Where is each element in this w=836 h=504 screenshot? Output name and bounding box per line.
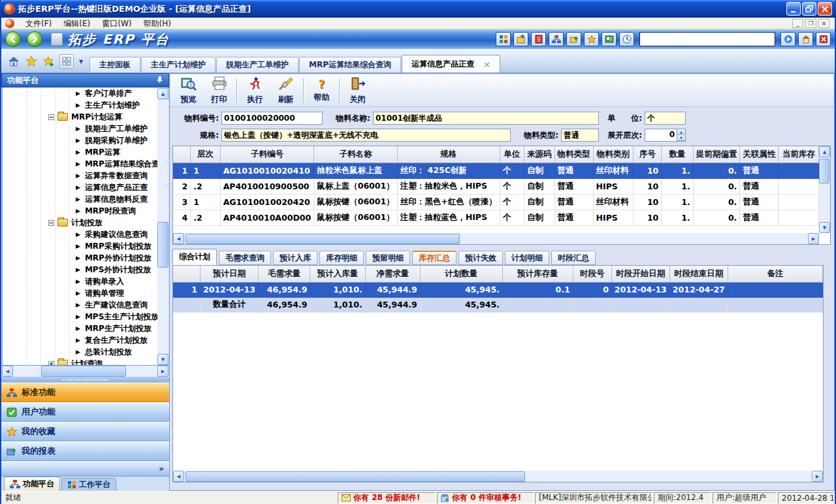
column-header[interactable]: 当前库存 (779, 146, 819, 163)
column-header[interactable] (173, 266, 201, 282)
tab-主控面板[interactable]: 主控面板 (89, 57, 140, 72)
column-header[interactable]: 净需求量 (365, 266, 420, 282)
scroll-left-icon[interactable]: ◀ (173, 471, 184, 482)
tree-item-脱期生产工单维护[interactable]: ▶脱期生产工单维护 (3, 123, 168, 134)
sidebar-button-用户功能[interactable]: 用户功能 (1, 402, 169, 422)
column-header[interactable]: 子料名称 (314, 146, 398, 163)
column-header[interactable]: 预计日期 (201, 266, 259, 282)
tree-vertical-scrollbar[interactable]: ▲ ▼ (157, 88, 169, 365)
scroll-right-icon[interactable]: ▶ (812, 471, 823, 482)
status-mail[interactable]: 你有 28 份新邮件! (338, 492, 436, 504)
clock-icon[interactable] (619, 32, 634, 46)
detail-tab-预留明细[interactable]: 预留明细 (366, 251, 410, 265)
new-folder-icon[interactable] (566, 32, 581, 46)
column-header[interactable]: 预计库存量 (502, 266, 573, 282)
tab-close-icon[interactable]: × (483, 59, 490, 69)
tree-item-总装计划投放[interactable]: ▶总装计划投放 (3, 346, 168, 358)
org-chart-icon[interactable] (549, 32, 564, 46)
menu-item-window[interactable]: 窗口(W) (96, 18, 137, 29)
contacts-icon[interactable] (602, 32, 617, 46)
close-button[interactable] (818, 2, 832, 16)
notes-icon[interactable] (531, 32, 546, 46)
spec-input[interactable] (221, 129, 511, 142)
tree-item-MRP生产计划投放[interactable]: ▶MRP生产计划投放 (3, 323, 168, 334)
scroll-down-icon[interactable]: ▼ (819, 222, 830, 233)
item-type-input[interactable] (561, 129, 599, 142)
sidebar-overflow-bar[interactable]: » (1, 461, 169, 477)
run-icon[interactable] (780, 32, 796, 46)
mdi-minimize-button[interactable]: _ (792, 19, 803, 28)
tree-horizontal-scrollbar[interactable]: ◀ ▶ (2, 366, 169, 377)
tree-item-MRP运算结果综合查询[interactable]: ▶MRP运算结果综合查询 (3, 158, 168, 170)
collapse-icon[interactable] (48, 220, 54, 226)
tree-item-运算信息产品正查[interactable]: ▶运算信息产品正查 (3, 181, 168, 193)
add-favorite-icon[interactable] (42, 54, 56, 69)
unit-input[interactable] (645, 112, 686, 125)
back-button[interactable] (5, 31, 21, 47)
column-header[interactable]: 计划数量 (420, 266, 502, 282)
toolbar-button-刷新[interactable]: 刷新 (270, 76, 301, 106)
layout-grid-icon[interactable] (59, 54, 74, 69)
tab-运算信息产品正查[interactable]: 运算信息产品正查× (402, 55, 500, 72)
detail-tab-时段汇总[interactable]: 时段汇总 (551, 251, 596, 265)
tree-item-生产建议信息查询[interactable]: ▶生产建议信息查询 (3, 299, 168, 311)
scroll-up-icon[interactable]: ▲ (157, 88, 169, 99)
column-header[interactable]: 毛需求量 (258, 266, 310, 282)
scroll-down-icon[interactable]: ▼ (157, 354, 169, 365)
close-app-icon[interactable] (816, 32, 831, 46)
tree-item-计划查询[interactable]: 计划查询 (3, 358, 168, 366)
tab-MRP运算结果综合查询[interactable]: MRP运算结果综合查询 (299, 57, 401, 72)
scroll-thumb[interactable] (41, 366, 126, 377)
toolbar-button-执行[interactable]: 执行 (240, 76, 270, 106)
home-exit-icon[interactable] (798, 32, 813, 46)
tree-item-主生产计划维护[interactable]: ▶主生产计划维护 (3, 99, 168, 111)
column-header[interactable]: 来源码 (524, 146, 555, 163)
mdi-restore-button[interactable]: ❐ (805, 19, 816, 28)
restore-button[interactable] (802, 2, 816, 16)
tree-item-运算信息物料反查[interactable]: ▶运算信息物料反查 (3, 193, 168, 205)
column-header[interactable]: 备注 (728, 266, 822, 282)
tree-item-脱期采购订单维护[interactable]: ▶脱期采购订单维护 (3, 134, 168, 146)
detail-tab-库存明细[interactable]: 库存明细 (319, 251, 364, 265)
status-audit[interactable]: 你有 0 件审核事务! (437, 492, 534, 504)
spin-up-icon[interactable]: ▲ (677, 129, 685, 135)
column-header[interactable]: 时段结束日期 (669, 266, 728, 282)
tree-item-MRP运算[interactable]: ▶MRP运算 (3, 146, 168, 158)
tree-item-运算异常数据查询[interactable]: ▶运算异常数据查询 (3, 170, 168, 181)
sidebar-button-我的报表[interactable]: 我的报表 (1, 441, 169, 461)
tree-item-MRP时段查询[interactable]: ▶MRP时段查询 (3, 205, 168, 217)
column-header[interactable]: 时段号 (573, 266, 611, 282)
table-row[interactable]: 11AG1010010020410抽粒米色鼠标上盖丝印： 425C创新个自制普通… (173, 163, 819, 178)
sidebar-button-我的收藏[interactable]: 我的收藏 (1, 422, 169, 441)
column-header[interactable]: 物料类别 (593, 146, 634, 163)
detail-tab-库存汇总[interactable]: 库存汇总 (412, 251, 457, 265)
toolbar-button-预览[interactable]: 预览 (173, 76, 204, 106)
item-code-input[interactable] (221, 112, 323, 125)
favorites-star-icon[interactable] (24, 54, 39, 69)
toolbar-button-打印[interactable]: 打印 (204, 76, 234, 106)
forward-button[interactable] (27, 31, 42, 47)
bom-horizontal-scrollbar[interactable]: ◀ ▶ (173, 233, 819, 244)
collapse-icon[interactable] (48, 114, 54, 120)
table-row[interactable]: 数量合计46,954.91,010.45,944.945,945. (173, 297, 823, 312)
layout-dropdown-icon[interactable]: ▼ (77, 54, 85, 69)
column-header[interactable]: 序号 (634, 146, 662, 163)
menu-item-file[interactable]: 文件(F) (20, 18, 57, 29)
sidebar-button-标准功能[interactable]: 标准功能 (1, 383, 169, 402)
column-header[interactable] (173, 146, 191, 163)
tree-item-采购建议信息查询[interactable]: ▶采购建议信息查询 (3, 228, 168, 240)
column-header[interactable]: 子料编号 (220, 146, 314, 163)
detail-tab-综合计划[interactable]: 综合计划 (172, 249, 217, 265)
open-form-icon[interactable] (513, 32, 528, 46)
column-header[interactable]: 预计入库量 (310, 266, 365, 282)
table-row[interactable]: 4.2AP4010010A00D00鼠标按键（06001）注塑：抽粒蓝色，HIP… (173, 210, 819, 225)
expand-icon[interactable] (48, 361, 54, 366)
detail-tab-预计失效[interactable]: 预计失效 (458, 251, 503, 265)
detail-tab-预计入库[interactable]: 预计入库 (273, 251, 317, 265)
system-icon[interactable] (51, 33, 63, 46)
modules-icon[interactable] (496, 32, 511, 46)
detail-tab-计划明细[interactable]: 计划明细 (505, 251, 549, 265)
tree-item-MPS外协计划投放[interactable]: ▶MPS外协计划投放 (3, 264, 168, 276)
quick-search-input[interactable] (639, 32, 775, 46)
tree-item-请购单管理[interactable]: ▶请购单管理 (3, 287, 168, 299)
